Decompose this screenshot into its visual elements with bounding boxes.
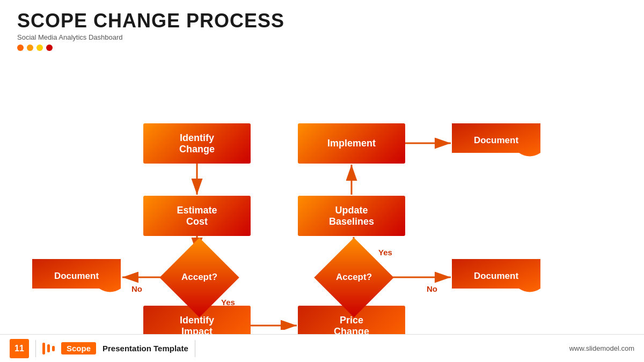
footer: 11 Scope Presentation Template www.slide… <box>0 334 644 362</box>
header: SCOPE CHANGE PROCESS Social Media Analyt… <box>17 10 284 51</box>
page-subtitle: Social Media Analytics Dashboard <box>17 33 284 41</box>
no-left-label: No <box>131 284 142 293</box>
dot-3 <box>36 45 43 51</box>
flowchart: Identify Change Estimate Cost Identify I… <box>0 59 644 330</box>
update-baselines-box: Update Baselines <box>298 196 405 236</box>
page-number: 11 <box>10 339 29 358</box>
doc-right-shape: Document <box>452 259 540 295</box>
no-right-label: No <box>427 284 437 293</box>
footer-divider2 <box>195 340 195 357</box>
dot-1 <box>17 45 24 51</box>
footer-scope-label: Scope <box>61 342 96 354</box>
footer-divider1 <box>35 340 36 357</box>
identify-change-box: Identify Change <box>143 123 251 164</box>
page-title: SCOPE CHANGE PROCESS <box>17 10 284 32</box>
dot-2 <box>27 45 33 51</box>
logo-bar-3 <box>52 346 55 351</box>
doc-top-right-shape: Document <box>452 123 540 160</box>
dot-4 <box>46 45 53 51</box>
logo-bar-1 <box>42 343 45 354</box>
yes-up-label: Yes <box>378 248 392 257</box>
logo-bar-2 <box>47 344 50 352</box>
estimate-cost-box: Estimate Cost <box>143 196 251 236</box>
dot-indicators <box>17 45 284 51</box>
footer-logo <box>42 343 55 354</box>
implement-box: Implement <box>298 123 405 164</box>
accept2-diamond: Accept? <box>315 254 393 301</box>
doc-left-shape: Document <box>32 259 121 295</box>
yes-down-label: Yes <box>221 298 235 307</box>
footer-url: www.slidemodel.com <box>569 344 634 352</box>
accept1-diamond: Accept? <box>160 254 238 301</box>
footer-presentation-text: Presentation Template <box>103 344 188 353</box>
